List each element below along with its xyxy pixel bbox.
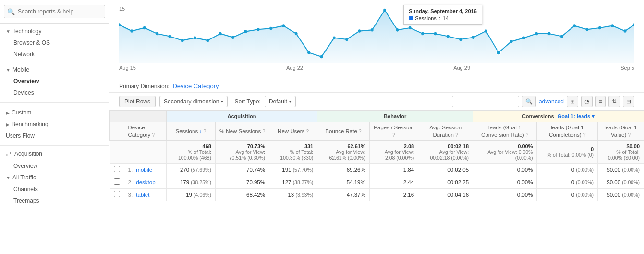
new-users-help-icon[interactable]: ? <box>306 129 309 134</box>
th-pages-session[interactable]: Pages / Session ? <box>369 122 418 141</box>
technology-label: Technology <box>12 28 42 35</box>
th-device-category: Device Category ? <box>124 122 166 141</box>
view-comparison-icon-button[interactable]: ⇅ <box>608 96 620 107</box>
row1-conv-completions-cell: 0 (0.00%) <box>537 164 598 176</box>
row2-link[interactable]: desktop <box>136 179 155 185</box>
nav-group-benchmarking[interactable]: ▶ Benchmarking <box>0 118 109 130</box>
sort-default-label: Default <box>269 98 287 105</box>
th-group-acquisition: Acquisition <box>166 111 317 122</box>
conv-value-help-icon[interactable]: ? <box>628 132 631 138</box>
sidebar: 🔍 ▼ Technology Browser & OS Network ▼ Mo… <box>0 0 109 254</box>
svg-point-7 <box>206 39 209 42</box>
nav-group-mobile[interactable]: ▼ Mobile <box>0 64 109 76</box>
row2-checkbox-cell[interactable] <box>110 176 124 189</box>
sidebar-item-users-flow[interactable]: Users Flow <box>0 130 109 141</box>
row1-sessions-pct: (57.69%) <box>191 167 211 173</box>
total-pct-new-sub: Avg for View: 70.51% (0.30%) <box>229 149 265 161</box>
th-pct-new-sessions[interactable]: % New Sessions ? <box>215 122 269 141</box>
total-conv-completions-value: 0 <box>591 146 594 152</box>
sidebar-item-treemaps[interactable]: Treemaps <box>0 195 109 206</box>
conv-rate-help-icon[interactable]: ? <box>526 132 529 138</box>
row2-conv-completions-pct: (0.00%) <box>576 179 594 185</box>
row2-conv-rate-cell: 0.00% <box>473 176 537 189</box>
th-new-users[interactable]: New Users ? <box>269 122 317 141</box>
view-performance-icon-button[interactable]: ≡ <box>595 96 606 107</box>
primary-dimension-bar: Primary Dimension: Device Category <box>109 79 644 93</box>
view-pivot-icon-button[interactable]: ⊟ <box>623 96 634 107</box>
nav-group-custom[interactable]: ▶ Custom <box>0 107 109 118</box>
table-search-input[interactable] <box>452 96 519 107</box>
row3-checkbox[interactable] <box>114 191 120 197</box>
svg-point-31 <box>510 40 513 43</box>
row3-sessions-cell: 19 (4.06%) <box>166 189 215 201</box>
goal-selector[interactable]: Goal 1: leads ▾ <box>558 114 595 119</box>
table-row: 3. tablet 19 (4.06%) 68.42% 13 (3.93%) 4… <box>110 189 644 201</box>
pages-help-icon[interactable]: ? <box>392 132 395 138</box>
row3-link[interactable]: tablet <box>136 192 149 198</box>
view-pie-icon-button[interactable]: ◔ <box>581 96 593 107</box>
sidebar-item-acq-overview[interactable]: Overview <box>0 160 109 172</box>
row1-bounce-cell: 69.26% <box>317 164 369 176</box>
row2-checkbox[interactable] <box>114 178 120 185</box>
total-conv-completions-cell: 0 % of Total: 0.00% (0) <box>537 141 598 164</box>
row1-link[interactable]: mobile <box>136 167 152 173</box>
plot-rows-button[interactable]: Plot Rows <box>119 96 156 107</box>
pct-new-help-icon[interactable]: ? <box>262 129 265 134</box>
primary-dim-value[interactable]: Device Category <box>172 82 219 89</box>
acquisition-label: Acquisition <box>14 151 42 157</box>
sidebar-item-devices[interactable]: Devices <box>0 87 109 99</box>
sort-type-dropdown[interactable]: Default ▾ <box>265 96 296 107</box>
svg-point-27 <box>459 38 462 41</box>
th-avg-session[interactable]: Avg. Session Duration ? <box>418 122 473 141</box>
sessions-help-icon[interactable]: ? <box>204 129 207 134</box>
sidebar-item-channels[interactable]: Channels <box>0 183 109 195</box>
search-input[interactable] <box>4 5 105 18</box>
total-new-users-value: 331 <box>304 143 313 149</box>
sidebar-item-browser-os[interactable]: Browser & OS <box>0 37 109 49</box>
view-table-icon-button[interactable]: ⊞ <box>567 96 578 107</box>
sidebar-item-network[interactable]: Network <box>0 49 109 60</box>
svg-point-17 <box>333 36 336 39</box>
table-search-button[interactable]: 🔍 <box>522 96 536 107</box>
chart-area: 15 <box>109 0 644 79</box>
conv-completions-help-icon[interactable]: ? <box>583 132 586 138</box>
main-content: 15 <box>109 0 644 254</box>
th-conv-value[interactable]: leads (Goal 1 Value) ? <box>598 122 644 141</box>
nav-group-all-traffic[interactable]: ▼ All Traffic <box>0 172 109 183</box>
sidebar-item-overview[interactable]: Overview <box>0 76 109 87</box>
th-bounce-rate[interactable]: Bounce Rate ? <box>317 122 369 141</box>
avg-session-help-icon[interactable]: ? <box>455 132 458 138</box>
row2-conv-value-cell: $0.00 (0.00%) <box>598 176 644 189</box>
th-conv-rate[interactable]: leads (Goal 1 Conversion Rate) ? <box>473 122 537 141</box>
row2-conv-value-value: $0.00 <box>607 179 620 185</box>
mobile-arrow-icon: ▼ <box>6 67 11 73</box>
benchmarking-label: Benchmarking <box>12 121 49 127</box>
custom-label: Custom <box>12 109 31 116</box>
row1-checkbox[interactable] <box>114 166 120 172</box>
bounce-help-icon[interactable]: ? <box>359 129 362 134</box>
th-group-conversions: Conversions Goal 1: leads ▾ <box>473 111 644 122</box>
secondary-dimension-dropdown[interactable]: Secondary dimension ▾ <box>159 96 228 107</box>
th-conv-completions[interactable]: leads (Goal 1 Completions) ? <box>537 122 598 141</box>
sidebar-item-acquisition[interactable]: ⇄ Acquisition <box>0 148 109 160</box>
advanced-link[interactable]: advanced <box>539 98 564 105</box>
arrows-icon: ⇄ <box>6 150 12 158</box>
tooltip-value-num: 14 <box>443 15 449 21</box>
row3-checkbox-cell[interactable] <box>110 189 124 201</box>
chart-tooltip: Sunday, September 4, 2016 Sessions: 14 <box>403 5 482 25</box>
row1-checkbox-cell[interactable] <box>110 164 124 176</box>
sort-caret-icon: ▾ <box>289 99 292 104</box>
row2-avg-session-cell: 00:02:25 <box>418 176 473 189</box>
row3-device-cell: 3. tablet <box>124 189 166 201</box>
svg-point-22 <box>396 28 399 32</box>
row1-sessions-cell: 270 (57.69%) <box>166 164 215 176</box>
mobile-label: Mobile <box>12 66 29 73</box>
svg-point-38 <box>598 26 601 30</box>
nav-group-technology[interactable]: ▼ Technology <box>0 25 109 37</box>
svg-point-33 <box>535 32 538 36</box>
svg-point-14 <box>295 32 298 36</box>
primary-dim-label: Primary Dimension: <box>119 83 170 89</box>
th-sessions[interactable]: Sessions ↓ ? <box>166 122 215 141</box>
row3-conv-rate-cell: 0.00% <box>473 189 537 201</box>
device-category-help-icon[interactable]: ? <box>152 132 155 138</box>
